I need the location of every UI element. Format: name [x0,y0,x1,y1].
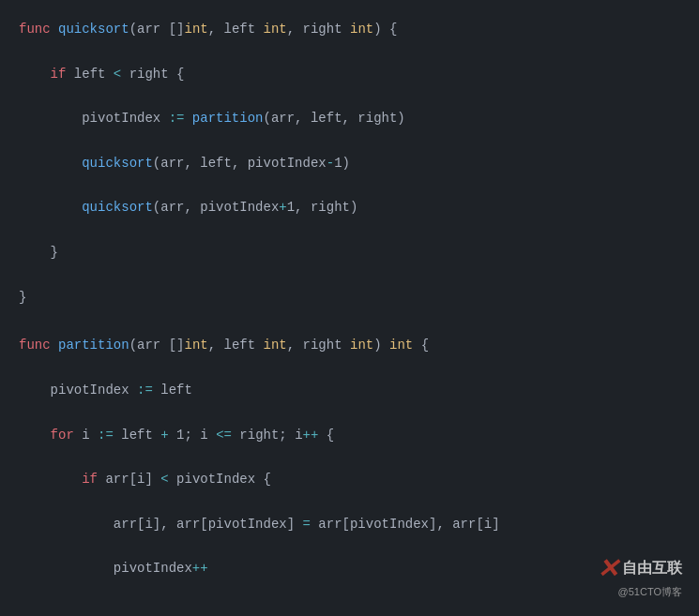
code-line-10 [19,219,680,242]
code-line-6 [19,130,680,153]
code-line-21 [19,446,680,469]
watermark-logo: ✕ 自由互联 [597,553,682,584]
watermark: ✕ 自由互联 @51CTO博客 [597,553,682,599]
code-line-18: pivotIndex := left [19,380,680,402]
code-line-16: func partition(arr []int, left int, righ… [19,335,680,357]
code-line-12 [19,264,680,287]
code-line-7: quicksort(arr, left, pivotIndex-1) [19,153,680,175]
watermark-x-icon: ✕ [597,553,618,584]
code-line-23 [19,491,680,514]
code-line-4 [19,85,680,108]
code-block: func quicksort(arr []int, left int, righ… [0,0,699,599]
code-line-25 [19,536,680,559]
watermark-sub-text: @51CTO博客 [618,585,682,599]
code-line-11: } [19,242,680,264]
watermark-site-name: 自由互联 [622,559,682,578]
code-line-17 [19,357,680,380]
code-line-26: pivotIndex++ [19,558,680,580]
code-line-24: arr[i], arr[pivotIndex] = arr[pivotIndex… [19,514,680,536]
code-line-22: if arr[i] < pivotIndex { [19,469,680,491]
code-line-20: for i := left + 1; i <= right; i++ { [19,425,680,447]
code-line-5: pivotIndex := partition(arr, left, right… [19,108,680,130]
code-line-3: if left < right { [19,64,680,86]
code-line-8 [19,175,680,198]
code-line-2 [19,41,680,64]
code-line-1: func quicksort(arr []int, left int, righ… [19,19,680,41]
code-line-13: } [19,287,680,309]
code-line-9: quicksort(arr, pivotIndex+1, right) [19,197,680,219]
code-line-19 [19,402,680,425]
